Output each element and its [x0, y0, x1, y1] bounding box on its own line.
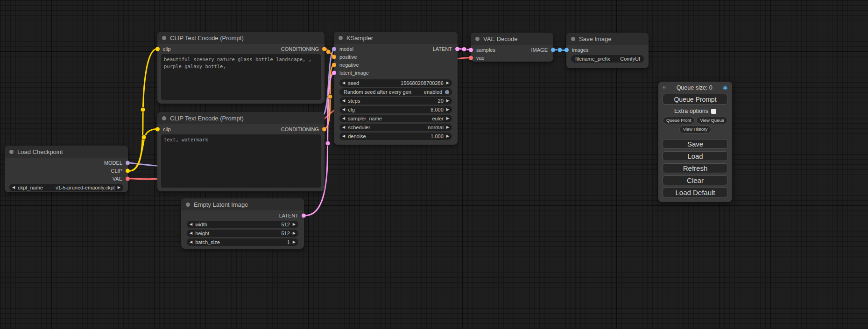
arrow-left-icon[interactable]: ◀	[342, 117, 345, 120]
widget-steps[interactable]: ◀ steps 20 ▶	[339, 97, 452, 105]
input-label-model: model	[339, 46, 353, 52]
arrow-left-icon[interactable]: ◀	[342, 81, 345, 85]
arrow-left-icon[interactable]: ◀	[190, 223, 192, 226]
widget-ckpt-name[interactable]: ◀ ckpt_name v1-5-pruned-emaonly.ckpt ▶	[9, 184, 123, 191]
output-label-image: IMAGE	[531, 47, 548, 53]
output-port-vae-icon[interactable]	[126, 176, 130, 181]
output-port-latent-icon[interactable]	[302, 213, 306, 217]
widget-label: denoise	[348, 133, 366, 139]
queue-panel-header: ⠿ Queue size: 0 ✱	[663, 84, 728, 92]
input-label-latent-image: latent_image	[339, 70, 369, 76]
arrow-right-icon[interactable]: ▶	[446, 99, 449, 103]
arrow-left-icon[interactable]: ◀	[342, 126, 345, 129]
node-clip-text-encode-positive[interactable]: CLIP Text Encode (Prompt) clip CONDITION…	[157, 32, 325, 104]
widget-label: Random seed after every gen	[344, 89, 411, 95]
toggle-dot-icon[interactable]	[445, 90, 449, 94]
node-header[interactable]: Load Checkpoint	[5, 146, 128, 158]
prompt-textarea[interactable]: beautiful scenery nature glass bottle la…	[161, 54, 321, 100]
collapse-dot-icon[interactable]	[571, 37, 575, 41]
link-dot-conditioning	[326, 49, 331, 54]
arrow-right-icon[interactable]: ▶	[293, 223, 296, 226]
extra-options-checkbox[interactable]	[711, 109, 716, 114]
node-clip-text-encode-negative[interactable]: CLIP Text Encode (Prompt) clip CONDITION…	[157, 112, 325, 191]
output-port-conditioning-icon[interactable]	[322, 47, 326, 51]
widget-filename-prefix[interactable]: filename_prefix ComfyUI	[571, 55, 644, 63]
node-header[interactable]: KSampler	[334, 32, 458, 44]
queue-panel[interactable]: ⠿ Queue size: 0 ✱ Queue Prompt Extra opt…	[658, 82, 732, 202]
widget-random-seed[interactable]: Random seed after every gen enabled	[339, 88, 452, 96]
output-port-model-icon[interactable]	[126, 161, 130, 165]
arrow-left-icon[interactable]: ◀	[190, 240, 192, 244]
view-history-button[interactable]: View History	[679, 126, 712, 133]
arrow-right-icon[interactable]: ▶	[446, 108, 449, 112]
queue-prompt-button[interactable]: Queue Prompt	[663, 94, 728, 105]
widget-value: 512	[281, 231, 289, 236]
arrow-right-icon[interactable]: ▶	[446, 126, 449, 129]
port-row: CLIP	[5, 167, 128, 175]
load-default-button[interactable]: Load Default	[663, 188, 728, 197]
arrow-right-icon[interactable]: ▶	[293, 240, 296, 244]
arrow-left-icon[interactable]: ◀	[190, 231, 192, 235]
input-port-clip-icon[interactable]	[155, 127, 160, 131]
widget-width[interactable]: ◀ width 512 ▶	[187, 221, 298, 228]
input-port-vae-icon[interactable]	[469, 56, 473, 60]
input-port-model-icon[interactable]	[332, 47, 336, 51]
save-button[interactable]: Save	[663, 139, 728, 149]
widget-batch-size[interactable]: ◀ batch_size 1 ▶	[187, 238, 298, 246]
output-port-conditioning-icon[interactable]	[322, 127, 326, 131]
node-header[interactable]: Save Image	[566, 33, 649, 45]
node-vae-decode[interactable]: VAE Decode samples IMAGE vae	[471, 33, 553, 62]
queue-front-button[interactable]: Queue Front	[663, 117, 695, 124]
collapse-dot-icon[interactable]	[162, 116, 166, 120]
node-save-image[interactable]: Save Image images filename_prefix ComfyU…	[566, 33, 649, 68]
output-port-clip-icon[interactable]	[126, 168, 130, 173]
view-queue-button[interactable]: View Queue	[696, 117, 728, 124]
node-empty-latent-image[interactable]: Empty Latent Image LATENT ◀ width 512 ▶ …	[181, 198, 304, 249]
widget-scheduler[interactable]: ◀ scheduler normal ▶	[339, 124, 452, 131]
collapse-dot-icon[interactable]	[186, 203, 190, 207]
node-header[interactable]: VAE Decode	[471, 33, 553, 45]
prompt-textarea[interactable]: text, watermark	[161, 134, 321, 188]
collapse-dot-icon[interactable]	[162, 36, 166, 40]
arrow-right-icon[interactable]: ▶	[446, 81, 449, 85]
node-ksampler[interactable]: KSampler model LATENT positive negative …	[334, 32, 458, 145]
input-port-samples-icon[interactable]	[469, 48, 473, 52]
arrow-right-icon[interactable]: ▶	[446, 134, 449, 138]
link-dot-clip	[141, 107, 145, 112]
output-port-image-icon[interactable]	[551, 48, 555, 52]
input-label-negative: negative	[339, 62, 359, 68]
refresh-button[interactable]: Refresh	[663, 163, 728, 173]
input-port-clip-icon[interactable]	[155, 47, 160, 51]
widget-seed[interactable]: ◀ seed 156680208700286 ▶	[339, 79, 452, 87]
widget-sampler-name[interactable]: ◀ sampler_name euler ▶	[339, 115, 452, 122]
output-port-latent-icon[interactable]	[455, 47, 459, 51]
node-header[interactable]: CLIP Text Encode (Prompt)	[157, 32, 325, 44]
clear-button[interactable]: Clear	[663, 175, 728, 185]
arrow-right-icon[interactable]: ▶	[118, 186, 120, 189]
arrow-right-icon[interactable]: ▶	[293, 231, 296, 235]
arrow-left-icon[interactable]: ◀	[12, 186, 15, 189]
collapse-dot-icon[interactable]	[339, 36, 343, 40]
input-port-images-icon[interactable]	[565, 48, 569, 52]
input-port-latent-image-icon[interactable]	[332, 70, 336, 75]
widget-height[interactable]: ◀ height 512 ▶	[187, 230, 298, 237]
node-header[interactable]: CLIP Text Encode (Prompt)	[157, 112, 325, 124]
arrow-left-icon[interactable]: ◀	[342, 108, 345, 112]
node-graph-canvas[interactable]: Load Checkpoint MODEL CLIP VAE ◀ ckpt_na…	[0, 0, 868, 329]
arrow-left-icon[interactable]: ◀	[342, 99, 345, 103]
widget-value: euler	[432, 116, 443, 121]
collapse-dot-icon[interactable]	[9, 150, 14, 154]
drag-handle-icon[interactable]: ⠿	[663, 85, 666, 91]
arrow-left-icon[interactable]: ◀	[342, 134, 345, 138]
widget-cfg[interactable]: ◀ cfg 8.000 ▶	[339, 106, 452, 113]
arrow-right-icon[interactable]: ▶	[446, 117, 449, 120]
collapse-dot-icon[interactable]	[475, 37, 480, 41]
input-port-positive-icon[interactable]	[332, 55, 336, 59]
node-load-checkpoint[interactable]: Load Checkpoint MODEL CLIP VAE ◀ ckpt_na…	[5, 146, 128, 192]
widget-denoise[interactable]: ◀ denoise 1.000 ▶	[339, 133, 452, 140]
node-title: Empty Latent Image	[194, 201, 248, 208]
load-button[interactable]: Load	[663, 151, 728, 161]
settings-gear-icon[interactable]: ✱	[723, 84, 728, 91]
node-header[interactable]: Empty Latent Image	[181, 198, 304, 210]
input-port-negative-icon[interactable]	[332, 63, 336, 67]
